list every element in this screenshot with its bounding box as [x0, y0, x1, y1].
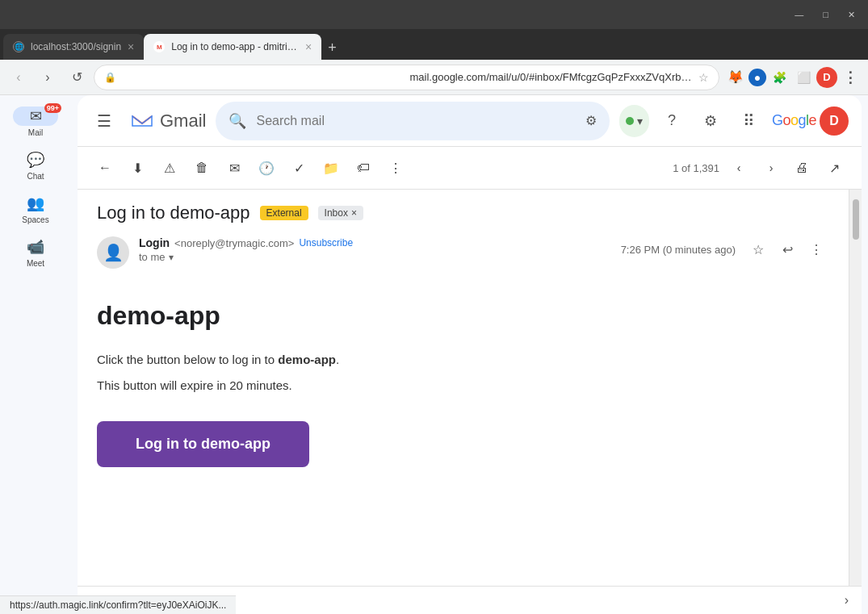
email-counter: 1 of 1,391 ‹ › — [673, 155, 784, 181]
address-bar[interactable]: 🔒 mail.google.com/mail/u/0/#inbox/FMfcgz… — [94, 65, 719, 90]
reload-button[interactable]: ↺ — [65, 65, 89, 90]
login-to-demo-app-button[interactable]: Log in to demo-app — [97, 421, 309, 467]
back-to-inbox-button[interactable]: ← — [90, 153, 120, 182]
label-button[interactable]: 🏷 — [349, 153, 378, 182]
browser-menu-button[interactable]: ⋮ — [839, 66, 862, 89]
meet-icon: 📹 — [27, 238, 44, 256]
star-button[interactable]: ☆ — [745, 236, 771, 262]
star-icon: ☆ — [698, 71, 709, 84]
browser-window: — □ ✕ 🌐 localhost:3000/signin × M Log in… — [0, 0, 868, 614]
tab-bar: 🌐 localhost:3000/signin × M Log in to de… — [0, 29, 868, 60]
to-dropdown[interactable]: ▾ — [169, 252, 174, 263]
print-button[interactable]: 🖨 — [787, 153, 816, 182]
sidebar-item-chat[interactable]: 💬 Chat — [3, 145, 68, 186]
gmail-text: Gmail — [160, 111, 206, 132]
gmail-main: ☰ Gmail 🔍 ⚙ — [78, 95, 862, 614]
sender-avatar-icon: 👤 — [103, 243, 124, 262]
snooze-button[interactable]: 🕐 — [252, 153, 281, 182]
navigation-bar: ‹ › ↺ 🔒 mail.google.com/mail/u/0/#inbox/… — [0, 60, 868, 95]
email-info: Login <noreply@trymagic.com> Unsubscribe… — [139, 236, 611, 263]
email-actions: ☆ ↩ ⋮ — [745, 236, 829, 262]
done-button[interactable]: ✓ — [284, 153, 313, 182]
sidebar-item-spaces[interactable]: 👥 Spaces — [3, 189, 68, 229]
gmail-search-input[interactable] — [256, 114, 575, 128]
sidebar-item-mail[interactable]: ✉ 99+ Mail — [3, 102, 68, 142]
search-filter-icon[interactable]: ⚙ — [585, 113, 597, 128]
archive-button[interactable]: ⬇ — [123, 153, 152, 182]
meet-icon-wrap: 📹 — [19, 237, 52, 257]
chat-icon-wrap: 💬 — [19, 150, 52, 169]
next-email-button[interactable]: › — [758, 155, 784, 181]
svg-rect-0 — [131, 113, 153, 129]
forward-button[interactable]: › — [36, 65, 60, 90]
email-body-line1: Click the button below to log in to demo… — [97, 350, 829, 370]
tab-close-2[interactable]: × — [305, 41, 312, 52]
sidebar-label-spaces: Spaces — [22, 215, 48, 224]
settings-button[interactable]: ⚙ — [694, 105, 727, 137]
email-timestamp: 7:26 PM (0 minutes ago) — [621, 244, 736, 256]
move-button[interactable]: 📁 — [317, 153, 346, 182]
email-subject: Log in to demo-app — [97, 203, 250, 223]
status-bar: https://auth.magic.link/confirm?tlt=eyJ0… — [0, 595, 236, 614]
google-logo: Google — [772, 112, 816, 129]
mail-badge: 99+ — [44, 103, 61, 113]
mail-icon: ✉ — [30, 107, 42, 125]
open-external-button[interactable]: ↗ — [820, 153, 849, 182]
email-toolbar: ← ⬇ ⚠ 🗑 ✉ 🕐 ✓ 📁 🏷 ⋮ 1 of 1,391 ‹ › 🖨 ↗ — [78, 147, 862, 190]
tab-gmail[interactable]: M Log in to demo-app - dmitrii@m... × — [144, 34, 321, 60]
status-button[interactable]: ▾ — [619, 105, 649, 137]
tab-favicon-gmail: M — [153, 41, 165, 52]
minimize-button[interactable]: — — [788, 6, 810, 23]
email-time-area: 7:26 PM (0 minutes ago) ☆ ↩ ⋮ — [621, 236, 829, 262]
inbox-badge-close[interactable]: × — [351, 207, 357, 219]
gmail-search-bar[interactable]: 🔍 ⚙ — [216, 102, 609, 140]
spaces-icon-wrap: 👥 — [19, 194, 52, 213]
chat-icon: 💬 — [27, 151, 44, 169]
spaces-icon: 👥 — [27, 194, 44, 212]
sidebar-label-chat: Chat — [27, 172, 44, 181]
gmail-container: ✉ 99+ Mail 💬 Chat 👥 Spaces 📹 — [0, 95, 868, 614]
extension-fox-button[interactable]: 🦊 — [724, 66, 747, 89]
external-badge: External — [260, 206, 308, 220]
email-meta: 👤 Login <noreply@trymagic.com> Unsubscri… — [97, 236, 829, 269]
gmail-profile-avatar[interactable]: D — [820, 107, 849, 136]
spam-button[interactable]: ⚠ — [155, 153, 184, 182]
to-label: to me — [139, 251, 166, 263]
gmail-m-logo — [128, 110, 157, 132]
browser-profile-avatar[interactable]: D — [816, 67, 837, 88]
reply-button[interactable]: ↩ — [774, 236, 800, 262]
url-display: mail.google.com/mail/u/0/#inbox/FMfcgzGq… — [410, 71, 694, 83]
sender-email: <noreply@trymagic.com> — [174, 237, 294, 249]
more-actions-button[interactable]: ⋮ — [381, 153, 410, 182]
sender-name: Login — [139, 236, 170, 249]
extension-puzzle-button[interactable]: 🧩 — [768, 66, 790, 89]
scroll-to-bottom-button[interactable]: › — [838, 590, 855, 611]
unsubscribe-link[interactable]: Unsubscribe — [299, 237, 353, 249]
tab-close-1[interactable]: × — [128, 41, 134, 52]
mark-unread-button[interactable]: ✉ — [220, 153, 249, 182]
extension-square-button[interactable]: ⬜ — [792, 66, 815, 89]
help-button[interactable]: ? — [656, 105, 688, 137]
new-tab-button[interactable]: + — [321, 36, 343, 60]
email-content-area: Log in to demo-app External Inbox × 👤 — [78, 190, 862, 586]
delete-button[interactable]: 🗑 — [187, 153, 216, 182]
mail-icon-wrap: ✉ 99+ — [13, 107, 58, 126]
status-dot — [626, 117, 634, 125]
sidebar-item-meet[interactable]: 📹 Meet — [3, 232, 68, 273]
to-row: to me ▾ — [139, 251, 611, 263]
title-bar: — □ ✕ — [0, 0, 868, 29]
tab-localhost[interactable]: 🌐 localhost:3000/signin × — [3, 34, 144, 60]
email-more-button[interactable]: ⋮ — [803, 236, 829, 262]
inbox-badge-text: Inbox — [325, 207, 348, 219]
email-body-line2: This button will expire in 20 minutes. — [97, 376, 829, 395]
close-button[interactable]: ✕ — [841, 6, 862, 23]
apps-button[interactable]: ⠿ — [733, 105, 765, 137]
back-button[interactable]: ‹ — [6, 65, 31, 90]
sidebar-label-mail: Mail — [28, 128, 43, 137]
scroll-thumb[interactable] — [853, 199, 859, 240]
scrollbar-area — [849, 190, 862, 586]
extension-circle-button[interactable]: ● — [748, 69, 766, 86]
prev-email-button[interactable]: ‹ — [726, 155, 752, 181]
maximize-button[interactable]: □ — [816, 6, 835, 23]
gmail-menu-button[interactable]: ☰ — [90, 105, 118, 137]
